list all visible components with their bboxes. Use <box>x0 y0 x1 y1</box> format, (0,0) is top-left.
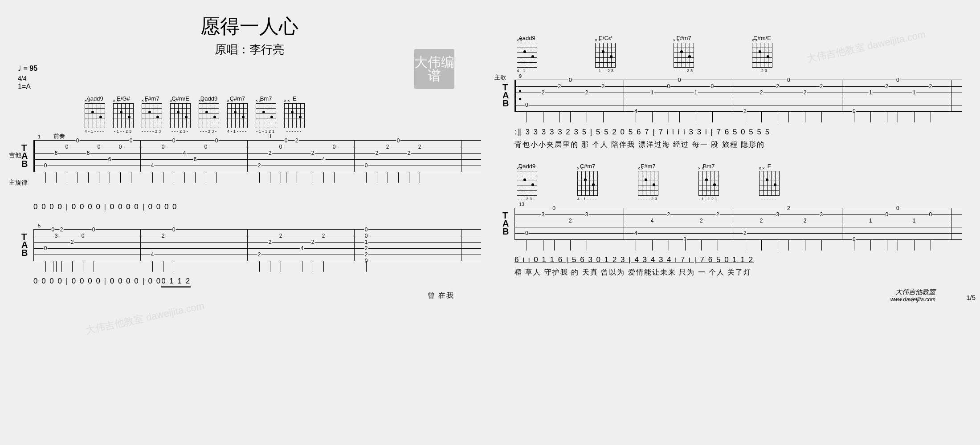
page-number: 1/5 <box>966 294 976 301</box>
lyrics-verse-1: 背包小小夹层里的 那 个人 陪伴我 漂洋过海 经过 每一 段 旅程 隐形的 <box>514 140 962 150</box>
jianpu-intro-1: 0 0 0 0 | 0 0 0 0 | 0 0 0 0 | 0 0 0 0 <box>33 202 481 211</box>
track-label-melody: 主旋律 <box>9 179 481 187</box>
tempo: ♩ = 95 <box>18 64 481 73</box>
publisher-seal: 大伟编谱 <box>414 49 454 89</box>
chord-diagram: C#m/E××---23- <box>752 35 772 73</box>
jianpu-verse-2: 6 i i 0 1 1 6 | 5 6 3 0 1 2 3 | 4 3 4 3 … <box>514 255 962 264</box>
chord-diagram: Bm7××-1-121 <box>256 95 276 134</box>
tab-staff-intro-1: 前奏 1 吉他 TAB H 06006060040046002200224002… <box>18 140 481 172</box>
tab-staff-intro-2: 5 TAB 0023200420222422001220 <box>18 229 481 261</box>
time-signature: 4/4 <box>18 75 481 82</box>
track-label-guitar: 吉他 <box>9 151 21 159</box>
left-column: 愿得一人心 原唱：李行亮 大伟编谱 ♩ = 95 4/4 1=A Aadd9××… <box>18 9 481 309</box>
tab-staff-verse-1: 9 TAB 022022410010222022012012 <box>499 80 962 112</box>
tab-clef: TAB <box>502 211 509 235</box>
chord-diagram-row-verse1: Aadd9××4-1----E/G#××-1--23F#m7××-----23C… <box>517 35 962 73</box>
song-title: 愿得一人心 <box>18 13 481 40</box>
tab-clef: TAB <box>502 83 509 107</box>
chord-diagram: Dadd9××---23- <box>199 95 219 134</box>
chord-diagram: E××------ <box>759 163 780 201</box>
chord-diagram: F#m7××-----23 <box>674 35 694 73</box>
subtitle: 原唱：李行亮 <box>18 42 481 57</box>
lyrics-verse-2: 稻 草人 守护我 的 天真 曾以为 爱情能让未来 只为 一 个人 关了灯 <box>514 268 962 277</box>
chord-diagram-row: Aadd9××4-1----E/G#××-1--23F#m7××-----23C… <box>85 95 481 134</box>
chord-diagram: Aadd9××4-1---- <box>517 35 537 73</box>
chord-diagram: C#m/E××---23- <box>170 95 191 134</box>
chord-diagram: E/G#××-1--23 <box>595 35 616 73</box>
chord-diagram: Dadd9××---23- <box>517 163 537 201</box>
chord-diagram: E××------ <box>284 95 305 134</box>
chord-diagram: Bm7××-1-121 <box>698 163 719 201</box>
lyrics-intro-2: 曾 在我 <box>33 291 481 300</box>
tab-clef: TAB <box>21 144 28 168</box>
chord-diagram: C#m7××4-1---- <box>227 95 248 134</box>
section-label-intro: 前奏 <box>53 132 65 140</box>
jianpu-verse-1: :‖ 3 3 3 3 3 2 3 5 | 5 5 2 0 5 6 7 | 7 i… <box>514 127 962 137</box>
chord-diagram: F#m7××-----23 <box>638 163 658 201</box>
chord-diagram: F#m7××-----23 <box>142 95 162 134</box>
key-signature: 1=A <box>18 83 481 91</box>
chord-diagram-row-verse2: Dadd9××---23-C#m7××4-1----F#m7××-----23B… <box>517 163 962 201</box>
tab-clef: TAB <box>21 233 28 257</box>
hammer-on-mark: H <box>267 133 271 139</box>
right-column: 大伟吉他教室 daweijita.com 主歌 Aadd9××4-1----E/… <box>499 9 962 309</box>
watermark: 大伟吉他教室 daweijita.com <box>85 299 206 337</box>
chord-diagram: Aadd9××4-1---- <box>85 95 105 134</box>
chord-diagram: E/G#××-1--23 <box>113 95 134 134</box>
tab-staff-verse-2: 13 TAB 03023442222223223010010 <box>499 208 962 240</box>
jianpu-intro-2: 0 0 0 0 | 0 0 0 0 | 0 0 0 0 | 0 0 0 1 1 … <box>33 277 481 287</box>
footer-credit: 大伟吉他教室 www.daweijita.com <box>890 288 935 303</box>
chord-diagram: C#m7××4-1---- <box>577 163 598 201</box>
